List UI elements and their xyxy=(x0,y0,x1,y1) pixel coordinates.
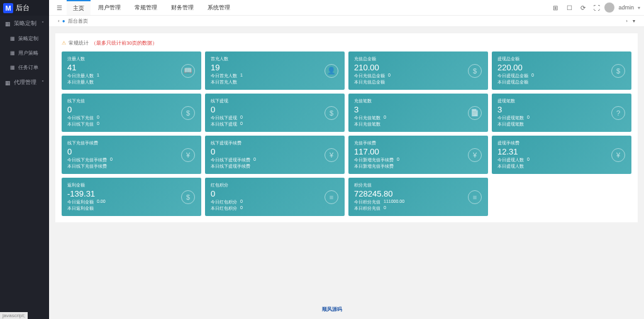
stat-card: 红包积分0今日红包积分0本日红包积分0≡ xyxy=(205,178,345,216)
sidebar-item-strategy[interactable]: ▦策略定制 xyxy=(0,16,49,31)
card-value: 210.00 xyxy=(354,63,482,72)
tab-user[interactable]: 用户管理 xyxy=(92,0,127,15)
card-icon: $ xyxy=(181,190,195,204)
card-title: 红包积分 xyxy=(211,182,339,188)
logo: M 后台 xyxy=(0,0,49,16)
chart-icon[interactable]: ⊞ xyxy=(549,1,562,14)
prev-icon[interactable]: ‹ xyxy=(55,18,62,24)
stat-card: 积分充值728245.80今日积分充值111000.00本日积分充值0≡ xyxy=(348,178,488,216)
refresh-icon[interactable]: ⟳ xyxy=(577,1,589,14)
tab-system[interactable]: 系统管理 xyxy=(201,0,236,15)
card-line2: 本日提现笔数 xyxy=(497,121,626,127)
stat-card: 充值笔数3今日充值笔数0本日充值笔数📄 xyxy=(348,94,488,132)
card-value: 117.00 xyxy=(354,147,482,156)
sidebar-item-strategy-sub[interactable]: ▦策略定制 xyxy=(0,31,49,46)
logo-badge: M xyxy=(3,3,13,13)
card-value: 0 xyxy=(67,147,196,156)
card-title: 充值总金额 xyxy=(354,56,482,62)
card-line1: 今日注册人数1 xyxy=(67,73,196,79)
card-title: 注册人数 xyxy=(67,56,196,62)
footer-status: javascript; xyxy=(0,312,28,319)
stat-card: 提现笔数3今日提现笔数0本日提现笔数? xyxy=(492,94,631,132)
stat-card: 充值总金额210.00今日充值总金额0本日充值总金额$ xyxy=(348,51,488,90)
card-title: 提现笔数 xyxy=(497,98,626,104)
tab-finance[interactable]: 财务管理 xyxy=(165,0,200,15)
breadcrumb-bar: ‹ ● 后台首页 › ▾ xyxy=(49,16,644,27)
card-line1: 今日线下提现0 xyxy=(211,115,339,121)
card-line1: 今日提现笔数0 xyxy=(497,115,626,121)
card-line2: 本日新增充值手续费 xyxy=(354,163,482,170)
notice-label: 常规统计 xyxy=(69,40,89,46)
card-line2: 本日提现总金额 xyxy=(497,79,626,85)
card-icon: ≡ xyxy=(468,190,482,204)
card-title: 线下提现手续费 xyxy=(211,140,339,146)
logo-text: 后台 xyxy=(16,3,30,13)
card-title: 线下充值手续费 xyxy=(67,140,196,146)
card-line2: 本日充值总金额 xyxy=(354,79,482,85)
notice: ⚠ 常规统计 （最多只统计前30页的数据） xyxy=(62,40,631,46)
card-value: 19 xyxy=(211,63,339,72)
tab-home[interactable]: 主页 xyxy=(67,0,91,15)
username[interactable]: admin xyxy=(616,4,636,11)
sidebar: M 后台 ▦策略定制 ▦策略定制 ▦用户策略 ▦任务订单 ▦代理管理 xyxy=(0,0,49,319)
card-line1: 今日线下提现手续费0 xyxy=(211,157,339,163)
card-icon: ≡ xyxy=(325,190,338,204)
card-value: 12.31 xyxy=(497,147,626,156)
card-line1: 今日返利金额0.00 xyxy=(67,199,196,205)
card-icon: 📄 xyxy=(468,106,482,120)
avatar[interactable] xyxy=(604,3,614,13)
card-title: 充值笔数 xyxy=(354,98,482,104)
card-icon: ¥ xyxy=(181,148,195,162)
card-line2: 本日返利金额 xyxy=(67,205,196,212)
card-value: 0 xyxy=(211,189,339,198)
card-line2: 本日线下提现0 xyxy=(211,121,339,127)
sidebar-item-agent[interactable]: ▦代理管理 xyxy=(0,75,49,90)
sidebar-item-task-order[interactable]: ▦任务订单 xyxy=(0,60,49,75)
card-title: 首充人数 xyxy=(211,56,339,62)
card-title: 返利金额 xyxy=(67,182,196,188)
card-value: 0 xyxy=(67,105,196,114)
card-icon: ¥ xyxy=(468,148,482,162)
card-icon: ¥ xyxy=(611,148,625,162)
menu-toggle-icon[interactable]: ☰ xyxy=(53,1,65,14)
stat-card: 线下充值0今日线下充值0本日线下充值0$ xyxy=(62,94,201,132)
breadcrumb: 后台首页 xyxy=(68,18,88,24)
card-value: 0 xyxy=(211,105,339,114)
card-line1: 今日提现人数0 xyxy=(497,157,626,163)
fullscreen-icon[interactable]: ⛶ xyxy=(591,1,603,14)
stat-card: 提现手续费12.31今日提现人数0本日提现人数¥ xyxy=(492,136,631,174)
card-line2: 本日积分充值0 xyxy=(354,205,482,212)
next-icon[interactable]: › xyxy=(623,18,630,24)
card-line2: 本日线下充值手续费 xyxy=(67,163,196,170)
card-title: 线下充值 xyxy=(67,98,196,104)
stat-card: 注册人数41今日注册人数1本日注册人数📖 xyxy=(62,51,201,90)
card-icon: $ xyxy=(325,106,338,120)
card-icon: $ xyxy=(468,64,482,78)
card-line1: 今日积分充值111000.00 xyxy=(354,199,482,205)
crumb-dot-icon: ● xyxy=(62,18,65,24)
card-line1: 今日红包积分0 xyxy=(211,199,339,205)
card-icon: 📖 xyxy=(181,64,195,78)
cards-grid: 注册人数41今日注册人数1本日注册人数📖首充人数19今日首充人数1本日首充人数👤… xyxy=(62,51,631,216)
more-icon[interactable]: ▾ xyxy=(630,18,638,24)
chevron-down-icon[interactable]: ▾ xyxy=(638,5,640,11)
stat-card: 首充人数19今日首充人数1本日首充人数👤 xyxy=(205,51,345,90)
card-line2: 本日线下提现手续费 xyxy=(211,163,339,170)
card-value: -139.31 xyxy=(67,189,196,198)
card-line2: 本日首充人数 xyxy=(211,79,339,85)
card-icon: ¥ xyxy=(325,148,338,162)
tab-general[interactable]: 常规管理 xyxy=(128,0,164,15)
stat-card: 线下提现0今日线下提现0本日线下提现0$ xyxy=(205,94,345,132)
card-title: 提现手续费 xyxy=(497,140,626,146)
stats-panel: ⚠ 常规统计 （最多只统计前30页的数据） 注册人数41今日注册人数1本日注册人… xyxy=(55,33,638,222)
notice-red: （最多只统计前30页的数据） xyxy=(91,40,157,46)
card-line2: 本日充值笔数 xyxy=(354,121,482,127)
print-icon[interactable]: ☐ xyxy=(563,1,575,14)
card-title: 提现总金额 xyxy=(497,56,626,62)
card-value: 3 xyxy=(497,105,626,114)
sidebar-item-user-strategy[interactable]: ▦用户策略 xyxy=(0,46,49,60)
card-icon: 👤 xyxy=(325,64,338,78)
card-title: 积分充值 xyxy=(354,182,482,188)
card-line1: 今日线下充值手续费0 xyxy=(67,157,196,163)
card-value: 0 xyxy=(211,147,339,156)
